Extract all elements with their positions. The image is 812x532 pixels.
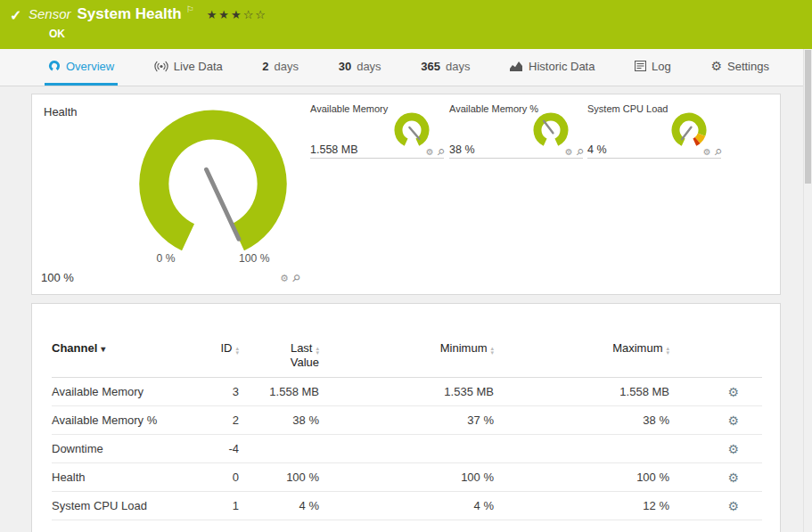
cell-id: 3 [185,378,239,406]
gauge-pin-icon[interactable]: ⚲ [435,146,447,158]
channels-table: Channel▾ ID▴▾ Last▴▾ Value Minimum▴▾ Max… [52,341,762,520]
cell-channel[interactable]: System CPU Load [52,492,185,520]
live-data-icon [154,61,168,72]
table-row[interactable]: Health 0 100 % 100 % 100 % ⚙ [52,463,762,492]
priority-stars[interactable]: ★★★☆☆ [207,8,267,21]
gauge-alert-segment [694,140,697,142]
table-row[interactable]: Available Memory % 2 38 % 37 % 38 % ⚙ [52,406,762,435]
table-header-row: Channel▾ ID▴▾ Last▴▾ Value Minimum▴▾ Max… [52,341,762,378]
cell-maximum [494,435,669,463]
gauge-gear-icon[interactable]: ⚙ [426,147,434,157]
tab-live-data[interactable]: Live Data [151,49,226,86]
cell-last-value: 38 % [239,406,319,435]
cell-minimum: 100 % [319,463,494,492]
mini-gauge-needle [544,121,553,134]
mini-gauge-dial [531,110,570,150]
page-title: System Health [78,5,182,23]
health-gauge-value: 100 % [41,271,74,284]
cell-maximum: 12 % [494,492,669,520]
cell-channel[interactable]: Downtime [52,435,185,463]
col-max-label: Maximum [612,341,662,355]
cell-maximum: 38 % [494,406,669,435]
mini-gauge-value: 1.558 MB [310,143,358,156]
favorite-flag-icon[interactable]: ⚐ [186,4,194,14]
cell-last-value [239,435,319,463]
tab-overview-label: Overview [66,60,114,73]
mini-gauge-needle [682,127,691,140]
channel-settings-icon[interactable]: ⚙ [727,385,739,399]
channel-settings-icon[interactable]: ⚙ [727,413,739,428]
cell-minimum: 1.535 MB [319,378,494,406]
channel-settings-icon[interactable]: ⚙ [727,442,739,456]
cell-minimum: 37 % [319,406,494,435]
col-id-label: ID [220,341,232,355]
tab-2-days-label: days [275,60,299,73]
tab-2-days[interactable]: 2 days [258,49,302,86]
mini-gauge-value: 4 % [587,143,607,156]
gauge-pin-icon[interactable]: ⚲ [712,146,724,158]
historic-data-icon [510,61,523,71]
sort-arrows-icon: ▴▾ [490,346,494,355]
tab-overview[interactable]: Overview [45,49,118,86]
scrollbar[interactable] [803,49,812,532]
cell-maximum: 1.558 MB [494,378,669,406]
sort-arrows-icon: ▴▾ [666,346,669,355]
gauge-scale-min: 0 % [157,252,176,265]
sensor-kind-label: Sensor [29,6,71,21]
cell-channel[interactable]: Available Memory [52,378,185,406]
mini-gauge-available-memory: Available Memory 1.558 MB ⚙ ⚲ [310,103,444,159]
gauge-pin-icon[interactable]: ⚲ [574,146,586,158]
col-min-label: Minimum [440,341,488,355]
scrollbar-thumb[interactable] [805,50,811,184]
tab-bar: Overview Live Data 2 days 30 days 365 da… [0,49,812,86]
gauge-warning-segment [698,135,701,140]
mini-gauge-actions: ⚙ ⚲ [703,147,721,157]
mini-gauge-title: Available Memory % [449,103,538,114]
stars-filled[interactable]: ★★★ [207,8,243,21]
mini-gauge-system-cpu-load: System CPU Load 4 % ⚙ ⚲ [587,103,721,159]
tab-settings[interactable]: ⚙ Settings [707,49,773,86]
mini-gauge-dial [669,110,709,150]
col-header-channel[interactable]: Channel▾ [52,341,185,378]
col-header-id[interactable]: ID▴▾ [185,341,239,378]
stars-empty[interactable]: ☆☆ [243,8,267,21]
health-gauge-title: Health [44,105,78,119]
gauges-panel: Health 0 % 100 % 100 % ⚙ ⚲ Available Mem… [31,94,781,295]
col-header-maximum[interactable]: Maximum▴▾ [494,341,669,378]
channel-settings-icon[interactable]: ⚙ [727,499,739,513]
mini-gauge-title: Available Memory [310,103,388,114]
tab-365-days[interactable]: 365 days [417,49,473,86]
cell-last-value: 4 % [239,492,319,520]
col-header-actions [669,341,762,378]
table-row[interactable]: System CPU Load 1 4 % 4 % 12 % ⚙ [52,492,762,520]
sensor-title-row: Sensor System Health ⚐ ★★★☆☆ [29,5,267,23]
gauge-pin-icon[interactable]: ⚲ [289,272,302,285]
tab-log[interactable]: Log [631,49,675,86]
sort-arrows-icon: ▴▾ [316,346,319,355]
sensor-status-badge: OK [49,28,65,40]
col-header-last-value[interactable]: Last▴▾ Value [239,341,319,378]
status-ok-check-icon: ✓ [10,7,21,24]
gauge-gear-icon[interactable]: ⚙ [703,147,711,157]
tab-30-days-label: days [357,60,381,73]
col-last-label-2: Value [291,356,319,369]
mini-gauge-needle [409,127,419,139]
cell-id: 0 [185,463,239,492]
sensor-header: ✓ Sensor System Health ⚐ ★★★☆☆ OK [0,0,812,49]
col-header-minimum[interactable]: Minimum▴▾ [319,341,494,378]
channel-settings-icon[interactable]: ⚙ [727,471,739,485]
cell-channel[interactable]: Health [52,463,185,492]
table-row[interactable]: Available Memory 3 1.558 MB 1.535 MB 1.5… [52,378,762,406]
col-last-label-1: Last [291,341,313,355]
tab-30-days[interactable]: 30 days [335,49,385,86]
cell-minimum [319,435,494,463]
tab-historic-data-label: Historic Data [529,60,595,73]
gauge-gear-icon[interactable]: ⚙ [565,147,573,157]
gauge-gear-icon[interactable]: ⚙ [280,273,289,284]
log-icon [635,61,646,71]
tab-historic-data[interactable]: Historic Data [506,49,598,86]
mini-gauge-dial [392,110,431,150]
cell-channel[interactable]: Available Memory % [52,406,185,435]
health-gauge: 0 % 100 % [119,105,307,271]
table-row[interactable]: Downtime -4 ⚙ [52,435,762,463]
